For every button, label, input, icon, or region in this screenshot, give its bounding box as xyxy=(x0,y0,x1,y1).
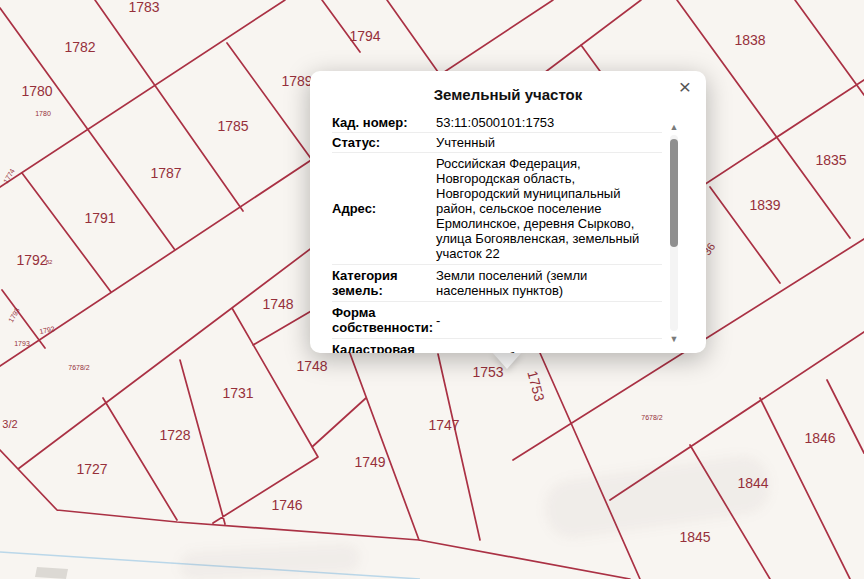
parcel-label: 1838 xyxy=(734,32,765,48)
parcel-label: 1749 xyxy=(354,454,385,470)
scrollbar-thumb[interactable] xyxy=(670,139,678,247)
close-icon[interactable]: × xyxy=(674,76,696,98)
popup-scrollbar: ▲ ▼ xyxy=(666,121,682,345)
scroll-up-icon[interactable]: ▲ xyxy=(666,121,682,133)
field-label: Кад. номер: xyxy=(332,115,434,130)
parcel-label: 1748 xyxy=(262,296,293,312)
parcel-label: 1727 xyxy=(76,461,107,477)
parcel-label: 1791 xyxy=(84,210,115,226)
row-address: Адрес: Российская Федерация, Новгородска… xyxy=(332,153,662,265)
road-parcel-label: 7678/2 xyxy=(641,414,662,421)
field-value: Учтенный xyxy=(434,135,662,150)
parcel-label: 1844 xyxy=(737,475,768,491)
scroll-down-icon[interactable]: ▼ xyxy=(666,333,682,345)
parcel-label: 82 xyxy=(46,259,53,265)
parcel-label: 1782 xyxy=(64,39,95,55)
parcel-label: 1789 xyxy=(281,73,312,89)
row-ownership-form: Форма собственности: - xyxy=(332,302,662,339)
field-label: Форма собственности: xyxy=(332,305,434,335)
parcel-label: 1846 xyxy=(804,430,835,446)
parcel-label: 1845 xyxy=(679,529,710,545)
popup-pointer xyxy=(492,352,522,369)
parcel-label: 1839 xyxy=(749,197,780,213)
row-land-category: Категория земель: Земли поселений (земли… xyxy=(332,265,662,302)
parcel-label: 1787 xyxy=(150,165,181,181)
parcel-label: 1747 xyxy=(428,417,459,433)
parcel-info-popup: Земельный участок × Кад. номер: 53:11:05… xyxy=(310,71,706,353)
parcel-label: 1794 xyxy=(349,28,380,44)
row-status: Статус: Учтенный xyxy=(332,133,662,153)
parcel-label: 1731 xyxy=(222,385,253,401)
field-label: Статус: xyxy=(332,135,434,150)
parcel-label: 1783 xyxy=(128,0,159,15)
field-value: 53:11:0500101:1753 xyxy=(434,115,662,130)
parcel-label: 1780 xyxy=(35,110,51,117)
parcel-label: 1785 xyxy=(217,118,248,134)
row-cad-number: Кад. номер: 53:11:0500101:1753 xyxy=(332,113,662,133)
field-label: Категория земель: xyxy=(332,268,434,298)
parcel-label: 1792 xyxy=(16,252,47,268)
road-parcel-label: 7678/2 xyxy=(68,364,89,371)
parcel-label: 1728 xyxy=(159,427,190,443)
popup-content: Кад. номер: 53:11:0500101:1753 Статус: У… xyxy=(332,113,662,353)
field-value: - xyxy=(434,313,662,328)
row-cadastral-value: Кадастровая стоимость: 548501.6 руб xyxy=(332,339,662,353)
field-value: Земли поселений (земли населенных пункто… xyxy=(434,268,662,298)
parcel-label: 3/2 xyxy=(2,418,17,430)
field-label: Адрес: xyxy=(332,201,434,216)
building-footprint xyxy=(35,567,68,579)
cadastral-map-view: 1783 1782 1780 1794 1789 1838 1785 1835 … xyxy=(0,0,864,579)
parcel-label: 1793 xyxy=(14,340,30,347)
parcel-label: 1748 xyxy=(296,358,327,374)
field-value: 548501.6 руб xyxy=(434,350,662,354)
field-value: Российская Федерация, Новгородская облас… xyxy=(434,156,662,261)
popup-title: Земельный участок xyxy=(310,86,706,103)
parcel-label: 1746 xyxy=(271,497,302,513)
parcel-label: 1835 xyxy=(815,152,846,168)
parcel-label: 1780 xyxy=(21,83,52,99)
field-label: Кадастровая стоимость: xyxy=(332,342,434,353)
